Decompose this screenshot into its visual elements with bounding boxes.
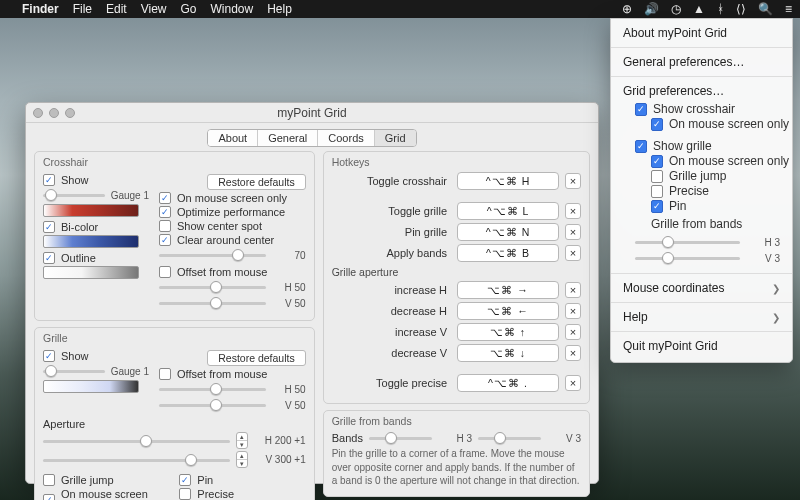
- volume-icon[interactable]: 🔊: [644, 2, 659, 16]
- grille-offset-v-slider[interactable]: [159, 398, 266, 412]
- aperture-h-stepper[interactable]: ▴▾: [236, 432, 248, 449]
- crosshair-gauge-slider[interactable]: [43, 188, 105, 202]
- crosshair-color-swatch[interactable]: [43, 204, 139, 217]
- hk-inc-h-clear[interactable]: ×: [565, 282, 581, 298]
- app-menu[interactable]: Finder: [22, 2, 59, 16]
- menu-show-grille-label: Show grille: [653, 139, 712, 153]
- grille-show-checkbox[interactable]: [43, 350, 55, 362]
- sync-icon[interactable]: ▲: [693, 2, 705, 16]
- menu-grille-jump-checkbox[interactable]: [651, 170, 663, 183]
- hk-apply-bands-field[interactable]: ^⌥⌘ B: [457, 244, 559, 262]
- menu-precise-checkbox[interactable]: [651, 185, 663, 198]
- hk-dec-v-label: decrease V: [332, 347, 451, 359]
- grille-offset-h-slider[interactable]: [159, 382, 266, 396]
- hk-toggle-grille-clear[interactable]: ×: [565, 203, 581, 219]
- menu-gr-onmouse-checkbox[interactable]: [651, 155, 663, 168]
- menu-about[interactable]: About myPoint Grid: [611, 23, 792, 43]
- clock-icon[interactable]: ◷: [671, 2, 681, 16]
- grille-swatch[interactable]: [43, 380, 139, 393]
- grille-offset-label: Offset from mouse: [177, 368, 267, 380]
- crosshair-show-checkbox[interactable]: [43, 174, 55, 186]
- tab-general[interactable]: General: [258, 130, 318, 146]
- hk-inc-v-clear[interactable]: ×: [565, 324, 581, 340]
- hk-toggle-crosshair-field[interactable]: ^⌥⌘ H: [457, 172, 559, 190]
- bands-v-slider[interactable]: [478, 431, 541, 445]
- bands-h-slider[interactable]: [369, 431, 432, 445]
- clearcenter-value: 70: [272, 250, 306, 261]
- crosshair-onmouse-checkbox[interactable]: [159, 192, 171, 204]
- optimize-label: Optimize performance: [177, 206, 285, 218]
- outline-swatch[interactable]: [43, 266, 139, 279]
- aperture-h-slider[interactable]: [43, 434, 230, 448]
- menu-go[interactable]: Go: [181, 2, 197, 16]
- menu-general-prefs[interactable]: General preferences…: [611, 52, 792, 72]
- crosshair-title: Crosshair: [43, 156, 306, 168]
- hk-dec-h-clear[interactable]: ×: [565, 303, 581, 319]
- menu-window[interactable]: Window: [211, 2, 254, 16]
- grille-gauge-slider[interactable]: [43, 364, 105, 378]
- centerspot-checkbox[interactable]: [159, 220, 171, 232]
- wifi-icon[interactable]: ⟨⟩: [736, 2, 746, 16]
- grille-pin-checkbox[interactable]: [179, 474, 191, 486]
- menu-mouse-coords[interactable]: Mouse coordinates❯: [611, 278, 792, 298]
- crosshair-offset-h-slider[interactable]: [159, 280, 266, 294]
- crosshair-offset-v-slider[interactable]: [159, 296, 266, 310]
- notifications-icon[interactable]: ≡: [785, 2, 792, 16]
- spotlight-icon[interactable]: 🔍: [758, 2, 773, 16]
- menu-help[interactable]: Help❯: [611, 307, 792, 327]
- tab-coords[interactable]: Coords: [318, 130, 374, 146]
- menu-view[interactable]: View: [141, 2, 167, 16]
- tab-about[interactable]: About: [208, 130, 258, 146]
- hk-inc-h-field[interactable]: ⌥⌘ →: [457, 281, 559, 299]
- hk-dec-v-field[interactable]: ⌥⌘ ↓: [457, 344, 559, 362]
- bands-h-value: H 3: [438, 433, 472, 444]
- hotkeys-title: Hotkeys: [332, 156, 581, 168]
- grille-precise-checkbox[interactable]: [179, 488, 191, 500]
- aperture-v-stepper[interactable]: ▴▾: [236, 451, 248, 468]
- hk-dec-v-clear[interactable]: ×: [565, 345, 581, 361]
- bluetooth-icon[interactable]: ᚼ: [717, 2, 724, 16]
- hk-pin-grille-field[interactable]: ^⌥⌘ N: [457, 223, 559, 241]
- menu-bands-v-slider[interactable]: [635, 251, 740, 265]
- crosshair-restore-button[interactable]: Restore defaults: [207, 174, 305, 190]
- tab-grid[interactable]: Grid: [375, 130, 416, 146]
- bicolor-checkbox[interactable]: [43, 221, 55, 233]
- menu-pin-checkbox[interactable]: [651, 200, 663, 213]
- hk-pin-grille-clear[interactable]: ×: [565, 224, 581, 240]
- menu-file[interactable]: File: [73, 2, 92, 16]
- bicolor-swatch[interactable]: [43, 235, 139, 248]
- close-button[interactable]: [33, 108, 43, 118]
- minimize-button[interactable]: [49, 108, 59, 118]
- hk-toggle-precise-field[interactable]: ^⌥⌘ .: [457, 374, 559, 392]
- menu-show-crosshair-checkbox[interactable]: [635, 103, 647, 116]
- crosshair-offset-checkbox[interactable]: [159, 266, 171, 278]
- hk-toggle-grille-field[interactable]: ^⌥⌘ L: [457, 202, 559, 220]
- outline-checkbox[interactable]: [43, 252, 55, 264]
- hk-apply-bands-clear[interactable]: ×: [565, 245, 581, 261]
- hk-toggle-crosshair-clear[interactable]: ×: [565, 173, 581, 189]
- menu-ch-onmouse-checkbox[interactable]: [651, 118, 663, 131]
- menu-grid-prefs[interactable]: Grid preferences…: [611, 81, 792, 101]
- hk-dec-h-label: decrease H: [332, 305, 451, 317]
- hk-toggle-precise-clear[interactable]: ×: [565, 375, 581, 391]
- grille-restore-button[interactable]: Restore defaults: [207, 350, 305, 366]
- menu-show-grille-checkbox[interactable]: [635, 140, 647, 153]
- hk-inc-v-field[interactable]: ⌥⌘ ↑: [457, 323, 559, 341]
- chevron-right-icon: ❯: [772, 312, 780, 323]
- aperture-v-slider[interactable]: [43, 453, 230, 467]
- grille-onmouse-checkbox[interactable]: [43, 494, 55, 500]
- menu-help[interactable]: Help: [267, 2, 292, 16]
- clearcenter-slider[interactable]: [159, 248, 266, 262]
- menu-quit[interactable]: Quit myPoint Grid: [611, 336, 792, 356]
- hk-dec-h-field[interactable]: ⌥⌘ ←: [457, 302, 559, 320]
- zoom-button[interactable]: [65, 108, 75, 118]
- grille-jump-checkbox[interactable]: [43, 474, 55, 486]
- menu-edit[interactable]: Edit: [106, 2, 127, 16]
- globe-icon[interactable]: ⊕: [622, 2, 632, 16]
- menu-bands-h-slider[interactable]: [635, 235, 740, 249]
- grille-offset-checkbox[interactable]: [159, 368, 171, 380]
- clearcenter-checkbox[interactable]: [159, 234, 171, 246]
- menu-pin-label: Pin: [669, 199, 686, 213]
- optimize-checkbox[interactable]: [159, 206, 171, 218]
- bands-title: Grille from bands: [332, 415, 581, 427]
